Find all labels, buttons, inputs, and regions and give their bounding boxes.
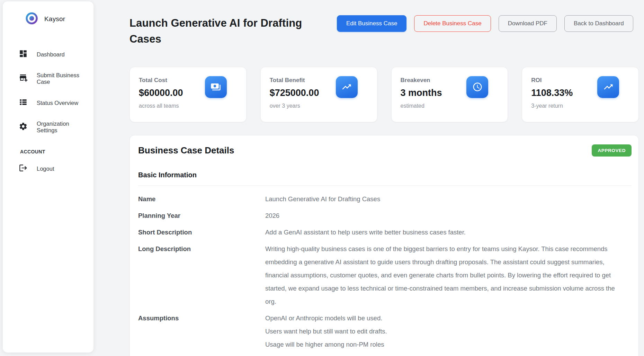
stat-label: Breakeven <box>401 77 508 84</box>
page-title: Launch Generative AI for Drafting Cases <box>129 15 334 47</box>
stat-card-total-benefit: Total Benefit $725000.00 over 3 years <box>260 67 377 122</box>
stat-card-roi: ROI 1108.33% 3-year return <box>522 67 639 122</box>
stat-label: Total Cost <box>139 77 246 84</box>
sidebar: Kaysor Dashboard Submit Business Case St… <box>3 1 93 353</box>
detail-row-short-description: Short Description Add a GenAI assistant … <box>138 224 632 241</box>
delete-business-case-button[interactable]: Delete Business Case <box>414 15 491 32</box>
stat-card-breakeven: Breakeven 3 months estimated <box>391 67 508 122</box>
add-business-icon <box>19 73 28 84</box>
back-to-dashboard-button[interactable]: Back to Dashboard <box>564 15 633 32</box>
sidebar-item-label: Organization Settings <box>37 121 90 134</box>
trending-up-icon <box>336 76 358 98</box>
stat-value: $725000.00 <box>270 88 377 98</box>
detail-value: Writing high-quality business cases is o… <box>265 241 627 310</box>
details-rows: Name Launch Generative AI for Drafting C… <box>138 191 632 353</box>
download-pdf-button[interactable]: Download PDF <box>499 15 557 32</box>
detail-value: Launch Generative AI for Drafting Cases <box>265 191 627 207</box>
stat-subtitle: estimated <box>401 103 508 109</box>
sidebar-item-label: Status Overview <box>37 100 78 106</box>
sidebar-item-dashboard[interactable]: Dashboard <box>3 43 93 66</box>
logout-icon <box>19 163 28 174</box>
sidebar-item-label: Dashboard <box>37 51 65 58</box>
action-buttons: Edit Business Case Delete Business Case … <box>337 15 639 47</box>
list-icon <box>19 98 28 108</box>
detail-row-long-description: Long Description Writing high-quality bu… <box>138 241 632 310</box>
basic-information-heading: Basic Information <box>138 171 632 186</box>
edit-business-case-button[interactable]: Edit Business Case <box>337 15 406 32</box>
detail-value: 2026 <box>265 207 627 224</box>
clock-icon <box>466 76 488 98</box>
stat-value: 3 months <box>401 88 508 98</box>
business-case-details-card: Business Case Details APPROVED Basic Inf… <box>129 135 639 356</box>
sidebar-item-organization-settings[interactable]: Organization Settings <box>3 114 93 140</box>
stat-subtitle: over 3 years <box>270 103 377 109</box>
detail-label: Planning Year <box>138 207 265 224</box>
stat-subtitle: 3-year return <box>531 103 638 109</box>
account-section-label: ACCOUNT <box>3 140 93 157</box>
brand-name: Kaysor <box>44 15 65 23</box>
main-content: Launch Generative AI for Drafting Cases … <box>129 0 639 356</box>
stat-label: Total Benefit <box>270 77 377 84</box>
detail-value: OpenAI or Anthropic models will be used.… <box>265 310 627 353</box>
sidebar-item-label: Logout <box>37 166 54 172</box>
gear-icon <box>19 122 28 132</box>
sidebar-item-logout[interactable]: Logout <box>3 157 93 180</box>
stat-subtitle: across all teams <box>139 103 246 109</box>
stat-cards: Total Cost $60000.00 across all teams To… <box>129 67 639 122</box>
sidebar-item-status-overview[interactable]: Status Overview <box>3 91 93 114</box>
stat-value: 1108.33% <box>531 88 638 98</box>
detail-row-name: Name Launch Generative AI for Drafting C… <box>138 191 632 207</box>
stat-card-total-cost: Total Cost $60000.00 across all teams <box>129 67 247 122</box>
kaysor-logo-icon <box>16 10 39 28</box>
page-header: Launch Generative AI for Drafting Cases … <box>129 0 639 47</box>
detail-label: Assumptions <box>138 310 265 327</box>
detail-label: Short Description <box>138 224 265 241</box>
stat-label: ROI <box>531 77 638 84</box>
sidebar-item-label: Submit Business Case <box>37 72 90 85</box>
stat-value: $60000.00 <box>139 88 246 98</box>
status-badge: APPROVED <box>592 144 632 157</box>
trending-up-icon <box>597 76 619 98</box>
detail-row-planning-year: Planning Year 2026 <box>138 207 632 224</box>
dashboard-icon <box>19 49 28 60</box>
sidebar-item-submit-business-case[interactable]: Submit Business Case <box>3 66 93 91</box>
brand: Kaysor <box>3 10 93 28</box>
detail-label: Name <box>138 191 265 207</box>
detail-value: Add a GenAI assistant to help users writ… <box>265 224 627 241</box>
detail-label: Long Description <box>138 241 265 257</box>
detail-row-assumptions: Assumptions OpenAI or Anthropic models w… <box>138 310 632 353</box>
payments-icon <box>205 76 227 98</box>
details-title: Business Case Details <box>138 145 234 156</box>
